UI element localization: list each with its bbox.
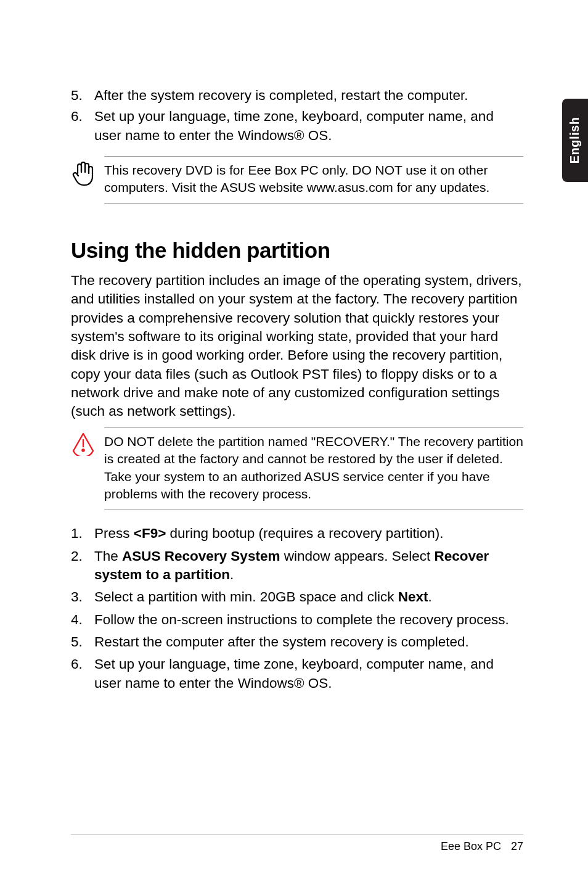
section-heading: Using the hidden partition <box>71 238 523 263</box>
list-text: Press <F9> during bootup (requires a rec… <box>94 524 444 543</box>
list-number: 4. <box>71 611 94 629</box>
footer-product: Eee Box PC <box>441 840 501 853</box>
list-item: 5. Restart the computer after the system… <box>71 633 523 651</box>
note-text: This recovery DVD is for Eee Box PC only… <box>104 156 523 204</box>
warning-icon <box>71 427 104 458</box>
list-text: Set up your language, time zone, keyboar… <box>94 655 523 693</box>
steps-list: 1. Press <F9> during bootup (requires a … <box>71 524 523 693</box>
list-item: 1. Press <F9> during bootup (requires a … <box>71 524 523 543</box>
list-number: 2. <box>71 547 94 585</box>
language-tab-label: English <box>568 117 582 164</box>
hand-icon <box>71 156 104 189</box>
text-fragment: The <box>94 548 122 564</box>
list-number: 1. <box>71 524 94 543</box>
bold-term: Next <box>398 589 428 604</box>
list-item: 5. After the system recovery is complete… <box>71 86 523 105</box>
list-text: Restart the computer after the system re… <box>94 633 469 651</box>
list-item: 6. Set up your language, time zone, keyb… <box>71 655 523 693</box>
list-text: Set up your language, time zone, keyboar… <box>94 107 523 145</box>
list-text: After the system recovery is completed, … <box>94 86 468 105</box>
list-text: Follow the on-screen instructions to com… <box>94 611 509 629</box>
list-item: 4. Follow the on-screen instructions to … <box>71 611 523 629</box>
text-fragment: . <box>428 589 432 604</box>
warning-block: DO NOT delete the partition named "RECOV… <box>71 427 523 510</box>
list-item: 6. Set up your language, time zone, keyb… <box>71 107 523 145</box>
list-number: 5. <box>71 633 94 651</box>
list-item: 3. Select a partition with min. 20GB spa… <box>71 588 523 606</box>
page: English 5. After the system recovery is … <box>0 0 588 887</box>
text-fragment: window appears. Select <box>280 548 434 564</box>
text-fragment: Press <box>94 526 134 541</box>
text-fragment: . <box>230 567 234 582</box>
intro-paragraph: The recovery partition includes an image… <box>71 271 523 421</box>
list-number: 6. <box>71 655 94 693</box>
list-number: 5. <box>71 86 94 105</box>
text-fragment: during bootup (requires a recovery parti… <box>166 526 443 541</box>
continued-list: 5. After the system recovery is complete… <box>71 86 523 145</box>
page-number: 27 <box>511 840 523 853</box>
list-item: 2. The ASUS Recovery System window appea… <box>71 547 523 585</box>
list-number: 3. <box>71 588 94 606</box>
list-number: 6. <box>71 107 94 145</box>
keyboard-key: <F9> <box>134 526 166 541</box>
list-text: Select a partition with min. 20GB space … <box>94 588 432 606</box>
bold-term: ASUS Recovery System <box>122 548 280 564</box>
language-tab: English <box>562 99 588 182</box>
note-block: This recovery DVD is for Eee Box PC only… <box>71 156 523 204</box>
text-fragment: Select a partition with min. 20GB space … <box>94 589 398 604</box>
list-text: The ASUS Recovery System window appears.… <box>94 547 523 585</box>
svg-point-1 <box>82 449 84 451</box>
warning-text: DO NOT delete the partition named "RECOV… <box>104 427 523 510</box>
page-footer: Eee Box PC 27 <box>71 835 523 853</box>
